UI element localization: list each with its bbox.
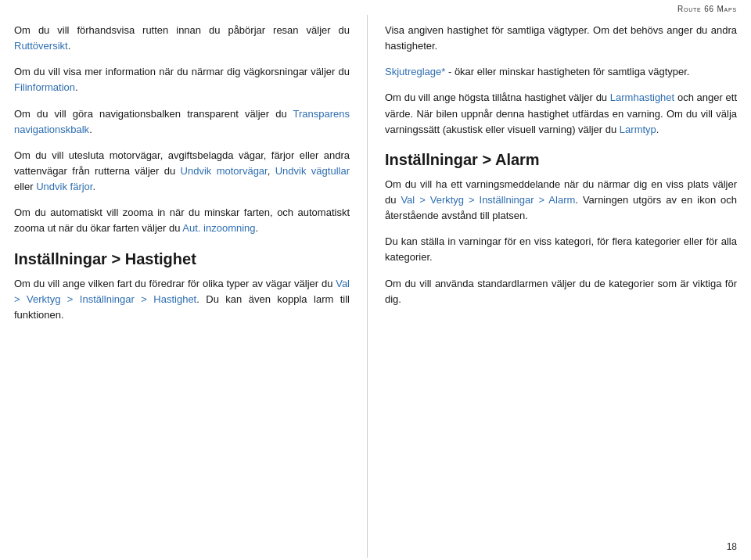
link-autzoomning[interactable]: Aut. inzoomning (182, 222, 255, 234)
link-ruttöversikt[interactable]: Ruttöversikt (14, 40, 68, 52)
paragraph-alarm-varning: Om du vill ha ett varningsmeddelande när… (385, 177, 737, 224)
paragraph-transparens: Om du vill göra navigationsbalken transp… (14, 106, 350, 138)
page-header: Route 66 Maps (0, 0, 751, 15)
paragraph-alarm-standardlarm: Om du vill använda standardlarmen väljer… (385, 276, 737, 307)
link-larmtyp[interactable]: Larmtyp (620, 124, 656, 135)
paragraph-hastighet-section: Om du vill ange vilken fart du föredrar … (14, 276, 350, 323)
left-column: Om du vill förhandsvisa rutten innan du … (0, 15, 368, 558)
link-transparens[interactable]: Transparens navigationskbalk (14, 108, 350, 135)
link-undvik-motorvägar[interactable]: Undvik motorvägar (181, 165, 268, 177)
right-column: Visa angiven hastighet för samtliga vägt… (368, 15, 751, 558)
link-filinformation[interactable]: Filinformation (14, 81, 75, 93)
link-undvik-vägtullar[interactable]: Undvik vägtullar (275, 165, 350, 177)
section-heading-alarm: Inställningar > Alarm (385, 151, 737, 169)
paragraph-filinformation: Om du vill visa mer information när du n… (14, 64, 350, 95)
page-layout: Om du vill förhandsvisa rutten innan du … (0, 15, 751, 558)
link-undvik-färjor[interactable]: Undvik färjor (36, 181, 92, 192)
page-footer: 18 (727, 541, 737, 552)
paragraph-autozoom: Om du automatiskt vill zooma in när du m… (14, 205, 350, 236)
paragraph-ruttöversikt: Om du vill förhandsvisa rutten innan du … (14, 23, 350, 54)
paragraph-skjutreglage: Skjutreglage* - ökar eller minskar hasti… (385, 64, 737, 80)
paragraph-larmhastighet: Om du vill ange högsta tillåtna hastighe… (385, 90, 737, 137)
paragraph-undvik: Om du vill utesluta motorvägar, avgiftsb… (14, 148, 350, 195)
paragraph-alarm-kategorier: Du kan ställa in varningar för en viss k… (385, 234, 737, 265)
paragraph-visa-hastighet: Visa angiven hastighet för samtliga vägt… (385, 23, 737, 54)
brand-label: Route 66 Maps (677, 5, 737, 13)
link-alarm-val[interactable]: Val > Verktyg > Inställningar > Alarm (401, 194, 575, 206)
section-heading-hastighet: Inställningar > Hastighet (14, 250, 350, 268)
page-number: 18 (727, 541, 737, 552)
link-skjutreglage[interactable]: Skjutreglage* (385, 66, 445, 77)
link-hastighet-val[interactable]: Val > Verktyg > Inställningar > Hastighe… (14, 278, 350, 305)
link-larmhastighet[interactable]: Larmhastighet (610, 92, 674, 103)
